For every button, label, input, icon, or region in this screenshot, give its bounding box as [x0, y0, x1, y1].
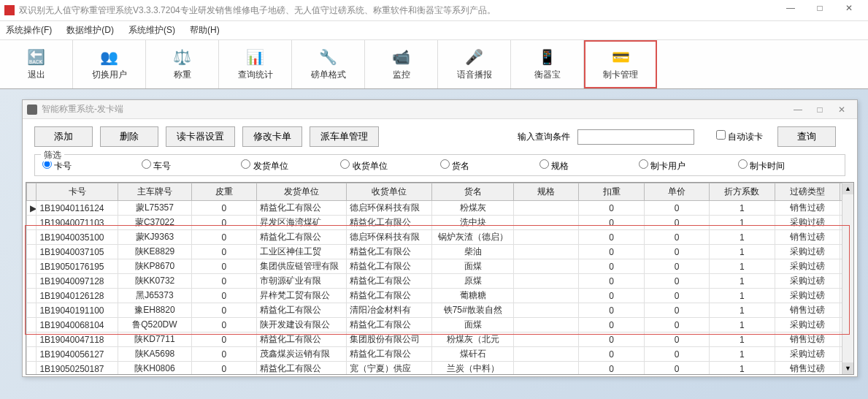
tool-query-stats[interactable]: 📊查询统计	[219, 40, 292, 88]
col-goods[interactable]: 货名	[432, 183, 514, 201]
scale-icon: ⚖️	[172, 48, 193, 66]
tool-exit[interactable]: 🔙退出	[0, 40, 73, 88]
table-row[interactable]: 1B19050176195陕KP86700集团供应链管理有限精益化工有限公面煤0…	[27, 259, 853, 274]
radio-goods[interactable]: 货名	[440, 159, 539, 172]
table-row[interactable]: 1B19040047118陕KD77110精益化工有限公集团股份有限公司粉煤灰（…	[27, 332, 853, 347]
tool-monitor[interactable]: 📹监控	[365, 40, 438, 88]
menu-help[interactable]: 帮助(H)	[190, 24, 220, 37]
workspace-bg: 智能称重系统-发卡端 — □ ✕ 添加 删除 读卡器设置 修改卡单 派车单管理 …	[0, 89, 868, 399]
sub-header: 智能称重系统-发卡端 — □ ✕	[23, 100, 857, 119]
tool-card-mgmt[interactable]: 💳制卡管理	[584, 40, 657, 88]
table-row[interactable]: 1B19040068104鲁Q520DW0陕开发建设有限公精益化工有限公面煤00…	[27, 318, 853, 332]
radio-card-time[interactable]: 制卡时间	[738, 159, 837, 172]
menu-data[interactable]: 数据维护(D)	[66, 24, 114, 37]
col-spec[interactable]: 规格	[514, 183, 579, 201]
table-header-row: 卡号 主车牌号 皮重 发货单位 收货单位 货名 规格 扣重 单价 折方系数 过磅…	[27, 183, 853, 201]
app-header: 双识别无人值守称重管理系统V3.3.3.7204专业研发销售维修电子地磅、无人值…	[0, 0, 868, 21]
radio-vehicle[interactable]: 车号	[142, 159, 241, 172]
sub-minimize[interactable]: —	[787, 104, 809, 115]
menu-systems[interactable]: 系统维护(S)	[128, 24, 175, 37]
col-receiver[interactable]: 收货单位	[347, 183, 432, 201]
auto-read-checkbox[interactable]: 自动读卡	[716, 130, 763, 143]
table-row[interactable]: 1B19040037105陕KE88290工业区神佳工贸精益化工有限公柴油001…	[27, 245, 853, 259]
scroll-down-icon[interactable]: ▼	[842, 362, 853, 374]
menu-system[interactable]: 系统操作(F)	[6, 24, 52, 37]
wrench-icon: 🔧	[318, 48, 339, 66]
table-row[interactable]: 1B19040071103蒙C370220昇发区海湾煤矿精益化工有限公洗中块00…	[27, 216, 853, 230]
toolbar: 🔙退出 👥切换用户 ⚖️称重 📊查询统计 🔧磅单格式 📹监控 🎤语音播报 📱衡器…	[0, 40, 868, 89]
radio-receiver[interactable]: 收货单位	[340, 159, 439, 172]
card-icon: 💳	[610, 48, 631, 66]
data-table-wrap: 卡号 主车牌号 皮重 发货单位 收货单位 货名 规格 扣重 单价 折方系数 过磅…	[26, 182, 854, 375]
mic-icon: 🎤	[464, 48, 485, 66]
exit-icon: 🔙	[26, 48, 47, 66]
close-button[interactable]: ✕	[834, 3, 864, 18]
col-shipper[interactable]: 发货单位	[257, 183, 347, 201]
radio-spec[interactable]: 规格	[539, 159, 639, 172]
filter-legend: 筛选	[41, 149, 64, 162]
col-type[interactable]: 过磅类型	[775, 183, 840, 201]
tool-weigh[interactable]: ⚖️称重	[146, 40, 219, 88]
chart-icon: 📊	[245, 48, 266, 66]
radio-shipper[interactable]: 发货单位	[241, 159, 340, 172]
dispatch-button[interactable]: 派车单管理	[310, 126, 379, 147]
sub-icon	[27, 104, 37, 115]
table-row[interactable]: 1B19040097128陕KK07320市朝源矿业有限精益化工有限公原煤001…	[27, 274, 853, 289]
app-title: 双识别无人值守称重管理系统V3.3.3.7204专业研发销售维修电子地磅、无人值…	[19, 4, 776, 17]
reader-setting-button[interactable]: 读卡器设置	[166, 126, 235, 147]
menubar: 系统操作(F) 数据维护(D) 系统维护(S) 帮助(H)	[0, 21, 868, 40]
table-row[interactable]: 1B19040035100蒙KJ93630精益化工有限公德启环保科技有限锅炉灰渣…	[27, 230, 853, 245]
col-price[interactable]: 单价	[644, 183, 709, 201]
delete-button[interactable]: 删除	[100, 126, 158, 147]
scroll-up-icon[interactable]: ▲	[842, 183, 853, 194]
filter-group: 筛选 卡号 车号 发货单位 收货单位 货名 规格 制卡用户 制卡时间	[34, 154, 845, 176]
vertical-scrollbar[interactable]: ▲ ▼	[842, 183, 853, 374]
radio-card-user[interactable]: 制卡用户	[639, 159, 738, 172]
col-coef[interactable]: 折方系数	[710, 183, 775, 201]
tool-switch-user[interactable]: 👥切换用户	[73, 40, 146, 88]
table-row[interactable]: 1B19050250187陕KH08060精益化工有限公宽（宁夏）供应兰炭（中料…	[27, 362, 853, 376]
col-deduct[interactable]: 扣重	[579, 183, 644, 201]
query-button[interactable]: 查询	[777, 126, 836, 147]
col-tare[interactable]: 皮重	[191, 183, 256, 201]
col-card-no[interactable]: 卡号	[37, 183, 118, 201]
modify-button[interactable]: 修改卡单	[242, 126, 302, 147]
table-row[interactable]: 1B19040126128黑J653730昇梓梵工贸有限公精益化工有限公葡糖糖0…	[27, 289, 853, 303]
tool-ticket-format[interactable]: 🔧磅单格式	[292, 40, 365, 88]
sub-maximize[interactable]: □	[809, 104, 831, 115]
minimize-button[interactable]: —	[776, 3, 805, 18]
maximize-button[interactable]: □	[805, 3, 834, 18]
phone-icon: 📱	[537, 48, 558, 66]
add-button[interactable]: 添加	[34, 126, 93, 147]
search-label: 输入查询条件	[518, 131, 570, 143]
table-row[interactable]: ▶1B19040116124蒙L753570精益化工有限公德启环保科技有限粉煤灰…	[27, 201, 853, 216]
users-icon: 👥	[99, 48, 120, 66]
col-plate[interactable]: 主车牌号	[118, 183, 192, 201]
tool-voice[interactable]: 🎤语音播报	[438, 40, 511, 88]
tool-hqb[interactable]: 📱衡器宝	[511, 40, 584, 88]
sub-close[interactable]: ✕	[831, 104, 853, 115]
data-table[interactable]: 卡号 主车牌号 皮重 发货单位 收货单位 货名 规格 扣重 单价 折方系数 过磅…	[26, 183, 853, 375]
app-icon	[4, 5, 15, 15]
search-input[interactable]	[577, 129, 694, 145]
action-bar: 添加 删除 读卡器设置 修改卡单 派车单管理 输入查询条件 自动读卡 查询	[23, 119, 857, 154]
table-row[interactable]: 1B19040191100豫EH88200精益化工有限公清阳冶金材料有铁75#散…	[27, 303, 853, 318]
sub-title: 智能称重系统-发卡端	[42, 103, 787, 115]
sub-window: 智能称重系统-发卡端 — □ ✕ 添加 删除 读卡器设置 修改卡单 派车单管理 …	[22, 99, 858, 377]
scroll-track[interactable]	[842, 194, 853, 362]
camera-icon: 📹	[391, 48, 412, 66]
table-row[interactable]: 1B19040056127陕KA56980茂鑫煤炭运销有限精益化工有限公煤矸石0…	[27, 347, 853, 362]
